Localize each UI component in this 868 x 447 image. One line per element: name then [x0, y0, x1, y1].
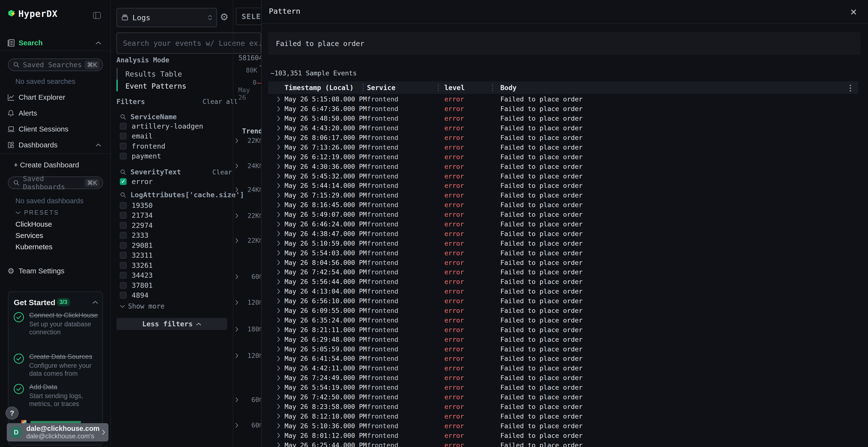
- preset-services[interactable]: Services: [16, 232, 43, 240]
- source-settings-gear-icon[interactable]: ⚙: [220, 11, 228, 23]
- chevron-right-icon[interactable]: [235, 213, 238, 218]
- sidebar-item-alerts[interactable]: Alerts: [0, 108, 111, 118]
- sidebar-item-dashboards[interactable]: Dashboards: [0, 140, 111, 150]
- chevron-right-icon[interactable]: [268, 269, 284, 275]
- chevron-right-icon[interactable]: [268, 164, 284, 169]
- event-row[interactable]: May 26 5:45:32.000 PM frontend error Fai…: [268, 171, 858, 181]
- event-row[interactable]: May 26 6:47:36.000 PM frontend error Fai…: [268, 104, 858, 114]
- checkbox[interactable]: [120, 222, 127, 229]
- event-row[interactable]: May 26 6:41:54.000 PM frontend error Fai…: [268, 354, 858, 364]
- chevron-right-icon[interactable]: [268, 385, 284, 390]
- chevron-right-icon[interactable]: [268, 193, 284, 198]
- chevron-right-icon[interactable]: [268, 423, 284, 429]
- chevron-right-icon[interactable]: [268, 250, 284, 256]
- event-row[interactable]: May 26 5:44:14.000 PM frontend error Fai…: [268, 181, 858, 191]
- col-timestamp[interactable]: Timestamp (Local): [284, 84, 367, 92]
- event-row[interactable]: May 26 8:12:10.000 PM frontend error Fai…: [268, 411, 858, 421]
- checkbox[interactable]: [120, 232, 127, 239]
- checkbox[interactable]: [120, 143, 127, 149]
- search-icon[interactable]: [120, 169, 126, 175]
- chevron-right-icon[interactable]: [268, 394, 284, 400]
- chevron-right-icon[interactable]: [235, 274, 238, 279]
- col-body[interactable]: Body: [500, 84, 858, 92]
- event-row[interactable]: May 26 7:42:54.000 PM frontend error Fai…: [268, 267, 858, 277]
- event-row[interactable]: May 26 7:15:29.000 PM frontend error Fai…: [268, 191, 858, 200]
- get-started-item-sources[interactable]: Create Data Sources Configure where your…: [14, 353, 98, 378]
- chevron-right-icon[interactable]: [268, 173, 284, 179]
- search-icon[interactable]: [120, 192, 126, 198]
- event-row[interactable]: May 26 7:24:49.000 PM frontend error Fai…: [268, 373, 858, 383]
- collapse-sidebar-icon[interactable]: [93, 12, 101, 19]
- chevron-right-icon[interactable]: [268, 221, 284, 227]
- event-row[interactable]: May 26 4:43:20.000 PM frontend error Fai…: [268, 123, 858, 133]
- filter-option[interactable]: 2333: [120, 231, 231, 241]
- chevron-right-icon[interactable]: [268, 154, 284, 160]
- pattern-trend-row[interactable]: 180: [234, 325, 261, 333]
- pattern-trend-row[interactable]: 60: [234, 421, 261, 429]
- chevron-right-icon[interactable]: [235, 353, 238, 358]
- event-row[interactable]: May 26 6:56:10.000 PM frontend error Fai…: [268, 296, 858, 306]
- preset-clickhouse[interactable]: ClickHouse: [16, 220, 52, 228]
- event-row[interactable]: May 26 4:13:04.000 PM frontend error Fai…: [268, 286, 858, 296]
- chevron-right-icon[interactable]: [235, 300, 238, 305]
- filter-option[interactable]: 4894: [120, 290, 231, 301]
- pattern-trend-row[interactable]: 120: [234, 352, 261, 359]
- chevron-right-icon[interactable]: [268, 106, 284, 112]
- pattern-trend-row[interactable]: 24K: [234, 162, 261, 170]
- event-row[interactable]: May 26 8:04:56.000 PM frontend error Fai…: [268, 258, 858, 267]
- chevron-right-icon[interactable]: [268, 260, 284, 265]
- filter-option[interactable]: 32311: [120, 250, 231, 261]
- column-resize-handle[interactable]: [438, 84, 439, 91]
- saved-searches-input[interactable]: Saved Searches ⌘K: [8, 59, 103, 71]
- event-row[interactable]: May 26 5:10:59.000 PM frontend error Fai…: [268, 238, 858, 248]
- clear-severity-button[interactable]: Clear: [212, 168, 232, 176]
- chevron-right-icon[interactable]: [268, 442, 284, 447]
- chevron-right-icon[interactable]: [235, 397, 238, 403]
- chevron-right-icon[interactable]: [268, 356, 284, 362]
- filter-option[interactable]: frontend: [120, 141, 231, 151]
- checkbox[interactable]: [120, 242, 127, 249]
- event-row[interactable]: May 26 5:54:19.000 PM frontend error Fai…: [268, 383, 858, 392]
- show-more-toggle[interactable]: Show more: [120, 302, 165, 310]
- chevron-right-icon[interactable]: [268, 433, 284, 438]
- chevron-right-icon[interactable]: [268, 404, 284, 409]
- get-started-item-add-data[interactable]: Add Data Start sending logs, metrics, or…: [14, 383, 98, 408]
- chevron-right-icon[interactable]: [268, 346, 284, 352]
- checkbox[interactable]: ✓: [120, 178, 127, 185]
- chevron-right-icon[interactable]: [235, 326, 238, 332]
- checkbox[interactable]: [120, 272, 127, 279]
- chevron-right-icon[interactable]: [268, 375, 284, 381]
- event-row[interactable]: May 26 6:35:24.000 PM frontend error Fai…: [268, 315, 858, 325]
- chevron-right-icon[interactable]: [268, 288, 284, 294]
- chevron-right-icon[interactable]: [268, 327, 284, 333]
- checkbox[interactable]: [120, 202, 127, 209]
- checkbox[interactable]: [120, 133, 127, 139]
- sidebar-item-search[interactable]: Search: [0, 38, 111, 48]
- filter-option[interactable]: 19350: [120, 200, 231, 210]
- filter-option[interactable]: artillery-loadgen: [120, 121, 231, 131]
- event-row[interactable]: May 26 5:56:44.000 PM frontend error Fai…: [268, 277, 858, 286]
- chevron-right-icon[interactable]: [268, 202, 284, 208]
- chevron-right-icon[interactable]: [268, 231, 284, 237]
- chevron-up-icon[interactable]: [92, 301, 98, 304]
- event-row[interactable]: May 26 8:16:45.000 PM frontend error Fai…: [268, 200, 858, 210]
- chevron-right-icon[interactable]: [268, 317, 284, 323]
- checkbox[interactable]: [120, 153, 127, 160]
- mode-results-table[interactable]: Results Table: [125, 70, 182, 78]
- pattern-trend-row[interactable]: 60: [234, 273, 261, 280]
- chevron-right-icon[interactable]: [268, 96, 284, 102]
- filter-option[interactable]: 37801: [120, 280, 231, 290]
- chevron-right-icon[interactable]: [268, 298, 284, 304]
- pattern-trend-row[interactable]: 22K: [234, 212, 261, 219]
- chevron-right-icon[interactable]: [268, 279, 284, 285]
- help-button[interactable]: ?: [5, 407, 19, 419]
- pattern-trend-row[interactable]: 24K: [234, 186, 261, 194]
- filter-option[interactable]: ✓ error: [120, 176, 231, 187]
- event-row[interactable]: May 26 4:42:11.000 PM frontend error Fai…: [268, 364, 858, 373]
- filter-option[interactable]: 29081: [120, 240, 231, 250]
- filter-option[interactable]: 21734: [120, 210, 231, 220]
- chevron-right-icon[interactable]: [268, 212, 284, 217]
- checkbox[interactable]: [120, 292, 127, 299]
- chevron-right-icon[interactable]: [268, 183, 284, 188]
- chevron-right-icon[interactable]: [235, 163, 238, 169]
